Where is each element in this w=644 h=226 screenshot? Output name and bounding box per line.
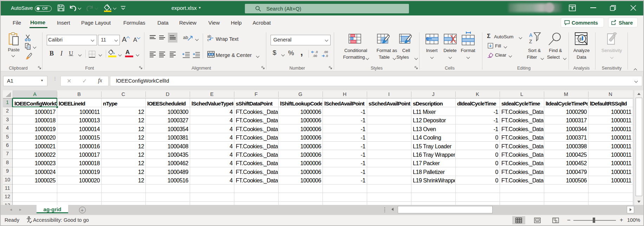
svg-text:c: c (207, 38, 209, 41)
svg-text:.0: .0 (325, 54, 328, 58)
svg-text:A: A (529, 32, 533, 38)
svg-text:.0: .0 (315, 50, 318, 54)
svg-text:.00: .00 (313, 54, 317, 58)
svg-text:.00: .00 (324, 50, 328, 54)
svg-text:Z: Z (529, 39, 532, 44)
